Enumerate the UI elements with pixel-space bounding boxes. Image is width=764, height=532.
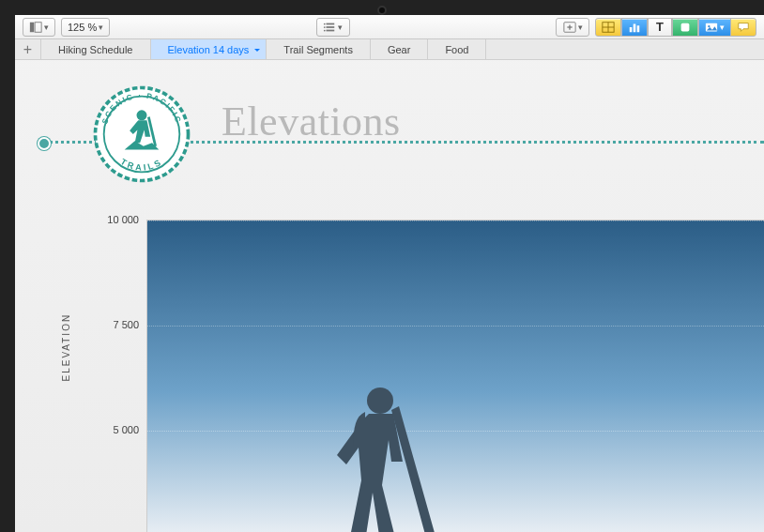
insert-menu-button[interactable]: ▾: [556, 18, 589, 37]
insert-media-button[interactable]: ▾: [698, 18, 731, 37]
svg-rect-16: [637, 25, 640, 32]
svg-rect-17: [681, 23, 690, 31]
insert-text-button[interactable]: T: [648, 18, 672, 37]
svg-point-22: [137, 110, 147, 120]
insert-comment-button[interactable]: [730, 18, 756, 37]
chart-plot-area: [146, 220, 764, 532]
y-tick-7500: 7 500: [98, 319, 139, 330]
plus-box-icon: [563, 21, 576, 34]
category-menu-button[interactable]: ▾: [316, 18, 350, 37]
media-icon: [705, 21, 718, 34]
sheet-tab-elevation[interactable]: Elevation 14 days: [151, 39, 267, 59]
svg-point-26: [367, 388, 393, 414]
insert-shape-button[interactable]: [672, 18, 698, 37]
svg-point-5: [324, 23, 326, 24]
zoom-value: 125 %: [68, 22, 97, 33]
text-icon: T: [656, 20, 664, 34]
y-tick-5000: 5 000: [98, 424, 139, 435]
chevron-down-icon: ▾: [338, 23, 343, 32]
sheet-tab-food[interactable]: Food: [428, 39, 486, 59]
svg-point-19: [708, 24, 710, 26]
chevron-down-icon: ▾: [44, 23, 49, 32]
view-icon: [29, 21, 42, 34]
svg-point-6: [324, 26, 326, 28]
sheet-tab-label: Food: [445, 44, 468, 55]
sheet-tab-label: Hiking Schedule: [58, 44, 133, 55]
svg-rect-14: [630, 27, 633, 32]
chevron-down-icon: ▾: [578, 23, 583, 32]
sheet-tab-label: Gear: [388, 44, 410, 55]
sheet-tab-hiking-schedule[interactable]: Hiking Schedule: [41, 39, 151, 59]
y-axis-label: ELEVATION: [61, 312, 71, 381]
sheet-canvas[interactable]: SCENIC · PACIFIC TRAILS Elevations ELEVA…: [15, 60, 764, 532]
chevron-down-icon: ▾: [99, 23, 103, 32]
y-tick-10000: 10 000: [98, 214, 139, 225]
plus-icon: +: [23, 42, 32, 57]
sheet-tab-label: Elevation 14 days: [168, 44, 250, 55]
view-menu-button[interactable]: ▾: [23, 18, 55, 37]
trails-logo: SCENIC · PACIFIC TRAILS: [90, 83, 193, 186]
insert-chart-button[interactable]: [621, 18, 648, 37]
toolbar: ▾ 125 % ▾ ▾ ▾: [15, 15, 764, 39]
svg-rect-1: [35, 22, 41, 32]
svg-point-7: [324, 29, 326, 31]
page-title: Elevations: [222, 98, 401, 145]
app-window: ▾ 125 % ▾ ▾ ▾: [0, 0, 764, 532]
svg-rect-15: [634, 23, 636, 32]
insert-table-button[interactable]: [595, 18, 621, 37]
sheet-header: SCENIC · PACIFIC TRAILS Elevations: [34, 60, 764, 182]
svg-rect-0: [30, 22, 34, 32]
background-hiker-image: [307, 372, 457, 532]
add-sheet-button[interactable]: +: [15, 39, 41, 59]
list-icon: [323, 21, 336, 34]
insert-object-group: T ▾: [595, 18, 756, 37]
device-camera: [377, 6, 387, 15]
zoom-select[interactable]: 125 % ▾: [61, 18, 110, 37]
table-icon: [602, 21, 615, 34]
chart-icon: [628, 21, 641, 34]
shape-icon: [679, 21, 692, 34]
elevation-chart[interactable]: ELEVATION 10 000 7 500 5 000: [81, 220, 764, 532]
sheet-tab-label: Trail Segments: [283, 44, 353, 55]
chevron-down-icon: ▾: [720, 23, 725, 32]
sheet-tab-bar: + Hiking Schedule Elevation 14 days Trai…: [15, 39, 764, 60]
comment-icon: [737, 21, 750, 34]
sheet-tab-gear[interactable]: Gear: [371, 39, 428, 59]
sheet-tab-trail-segments[interactable]: Trail Segments: [267, 39, 371, 59]
